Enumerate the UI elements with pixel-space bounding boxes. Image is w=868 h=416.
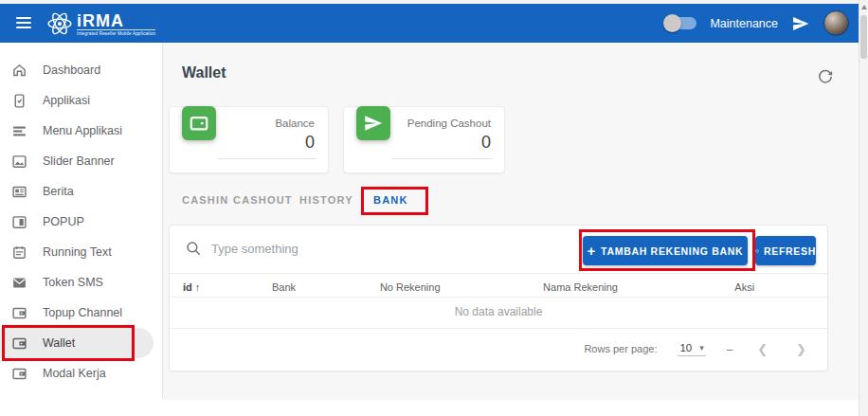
sidebar-item-label: Berita xyxy=(43,185,74,198)
refresh-button[interactable]: REFRESH xyxy=(755,236,816,265)
rows-per-page-value: 10 xyxy=(679,342,692,353)
sidebar-item-berita[interactable]: Berita xyxy=(0,176,163,207)
column-header-aksi[interactable]: Aksi xyxy=(675,281,814,293)
caret-down-icon: ▾ xyxy=(699,343,704,353)
app-root: iRMA Integrated Reseller Mobile Applicat… xyxy=(0,0,868,416)
empty-table-message: No data available xyxy=(170,305,827,318)
pending-cashout-value: 0 xyxy=(481,133,491,153)
sidebar-item-label: Topup Channel xyxy=(43,306,122,319)
brand-logo[interactable]: iRMA Integrated Reseller Mobile Applicat… xyxy=(45,9,155,38)
tab-cashout[interactable]: CASHOUT xyxy=(233,194,293,206)
sidebar-item-label: Modal Kerja xyxy=(43,367,106,380)
atom-icon xyxy=(45,9,74,38)
sidebar-item-running-text[interactable]: Running Text xyxy=(0,237,163,267)
maintenance-label: Maintenance xyxy=(710,17,778,30)
page-refresh-icon[interactable] xyxy=(817,68,834,85)
wallet-icon xyxy=(11,335,27,352)
page-title: Wallet xyxy=(182,64,226,81)
top-navbar: iRMA Integrated Reseller Mobile Applicat… xyxy=(0,4,859,43)
sidebar-item-token-sms[interactable]: Token SMS xyxy=(0,267,163,298)
scrollbar-thumb[interactable] xyxy=(860,15,867,59)
wallet-icon xyxy=(11,366,27,382)
sidebar-item-menu-applikasi[interactable]: Menu Applikasi xyxy=(0,116,163,146)
pending-cashout-label: Pending Cashout xyxy=(407,118,491,129)
balance-label: Balance xyxy=(275,118,315,129)
column-header-bank[interactable]: Bank xyxy=(233,281,335,293)
sidebar-item-dashboard[interactable]: Dashboard xyxy=(0,55,163,85)
send-icon xyxy=(356,106,390,140)
sidebar-item-modal-kerja[interactable]: Modal Kerja xyxy=(0,358,163,389)
toggle-knob xyxy=(663,14,681,32)
phone-check-icon xyxy=(11,93,27,109)
sidebar-item-label: POPUP xyxy=(43,215,84,228)
sidebar-item-popup[interactable]: POPUP xyxy=(0,207,163,237)
rows-per-page-select[interactable]: 10 ▾ xyxy=(678,342,705,356)
next-page-button[interactable]: ❯︎ xyxy=(792,342,810,356)
refresh-button-label: REFRESH xyxy=(764,245,816,257)
scrollbar-up-arrow-icon[interactable] xyxy=(861,5,867,9)
clipboard-icon xyxy=(11,244,27,261)
brand-name: iRMA xyxy=(77,12,155,29)
envelope-icon xyxy=(11,275,27,291)
rows-per-page-label: Rows per page: xyxy=(584,343,657,354)
card-divider xyxy=(391,158,493,159)
page-scrollbar[interactable] xyxy=(859,0,868,416)
sidebar: Dashboard Applikasi Menu Applikasi Slide… xyxy=(0,43,163,399)
sidebar-item-label: Menu Applikasi xyxy=(43,124,122,137)
divider xyxy=(170,328,827,329)
newspaper-icon xyxy=(11,184,27,200)
table-footer: Rows per page: 10 ▾ – ❮︎ ❯︎ xyxy=(170,332,827,366)
balance-card: Balance 0 xyxy=(169,106,329,173)
home-icon xyxy=(11,63,27,79)
previous-page-button[interactable]: ❮︎ xyxy=(753,342,771,356)
plus-icon: + xyxy=(588,244,596,258)
send-icon[interactable] xyxy=(791,14,810,33)
divider xyxy=(170,297,827,298)
wallet-icon xyxy=(11,305,27,321)
sort-asc-icon: ↑ xyxy=(195,281,201,293)
search-input[interactable] xyxy=(211,235,571,262)
search-icon xyxy=(185,240,202,257)
page-range-text: – xyxy=(727,343,732,354)
sidebar-item-applikasi[interactable]: Applikasi xyxy=(0,85,163,116)
user-avatar[interactable] xyxy=(823,10,849,36)
pending-cashout-card: Pending Cashout 0 xyxy=(343,106,505,173)
refresh-icon xyxy=(755,244,759,258)
brand-subtitle: Integrated Reseller Mobile Application xyxy=(77,29,155,36)
hamburger-menu-icon[interactable] xyxy=(16,17,31,29)
card-divider xyxy=(217,158,316,159)
active-tab-underline xyxy=(371,213,415,215)
popup-icon xyxy=(11,214,27,230)
balance-value: 0 xyxy=(305,133,315,153)
maintenance-toggle[interactable] xyxy=(666,17,696,29)
sidebar-item-label: Dashboard xyxy=(43,63,100,77)
column-header-no-rekening[interactable]: No Rekening xyxy=(335,281,486,293)
table-header-row: id↑ Bank No Rekening Nama Rekening Aksi xyxy=(183,278,814,297)
image-icon xyxy=(11,154,27,170)
column-header-id[interactable]: id↑ xyxy=(183,281,233,293)
tambah-rekening-bank-button[interactable]: + TAMBAH REKENING BANK xyxy=(583,236,748,265)
tab-bank[interactable]: BANK xyxy=(373,194,408,206)
tab-cashin[interactable]: CASHIN xyxy=(182,194,228,206)
add-button-label: TAMBAH REKENING BANK xyxy=(601,245,743,257)
divider xyxy=(170,273,827,274)
sidebar-item-label: Applikasi xyxy=(43,94,90,107)
sidebar-item-label: Token SMS xyxy=(43,276,103,289)
wallet-icon xyxy=(182,106,216,140)
bank-table-card: + TAMBAH REKENING BANK REFRESH id↑ Bank … xyxy=(169,225,828,371)
sidebar-item-label: Slider Banner xyxy=(43,154,115,168)
sidebar-item-wallet[interactable]: Wallet xyxy=(0,328,163,358)
sidebar-item-slider-banner[interactable]: Slider Banner xyxy=(0,146,163,176)
sidebar-item-label: Running Text xyxy=(43,245,112,259)
sidebar-item-label: Wallet xyxy=(43,336,75,350)
sidebar-item-topup-channel[interactable]: Topup Channel xyxy=(0,298,163,328)
column-header-nama-rekening[interactable]: Nama Rekening xyxy=(486,281,676,293)
tab-history[interactable]: HISTORY xyxy=(299,194,353,206)
list-icon xyxy=(11,123,27,139)
